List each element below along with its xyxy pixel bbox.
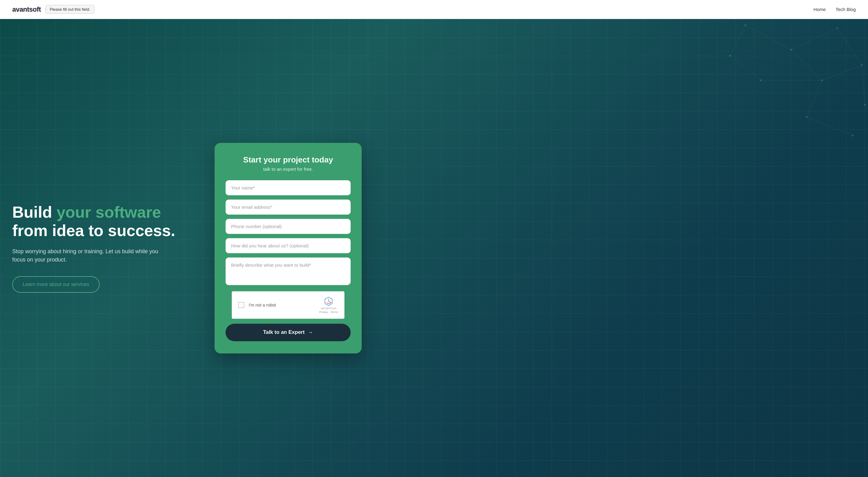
hero-subtitle: Stop worrying about hiring or training. … — [12, 247, 172, 264]
svg-point-16 — [729, 55, 731, 57]
svg-line-7 — [730, 56, 761, 80]
svg-point-11 — [744, 24, 746, 26]
name-input[interactable] — [225, 180, 351, 195]
network-decoration — [715, 19, 868, 142]
learn-more-button[interactable]: Learn more about our services — [12, 276, 100, 293]
tooltip-bubble: Please fill out this field. — [46, 5, 94, 14]
header-left: avantsoft Please fill out this field. — [12, 5, 94, 14]
recaptcha-icon — [324, 296, 334, 306]
recaptcha-brand-label: reCAPTCHA — [320, 307, 336, 310]
recaptcha-logo: reCAPTCHA Privacy · Terms — [319, 296, 338, 314]
logo: avantsoft — [12, 5, 41, 13]
captcha-label: I'm not a robot — [249, 303, 276, 307]
email-field-wrapper — [225, 200, 351, 215]
svg-point-20 — [864, 104, 866, 106]
svg-line-0 — [745, 25, 792, 50]
recaptcha-box[interactable]: I'm not a robot reCAPTCHA Privacy · Term… — [232, 291, 344, 319]
hear-field-wrapper — [225, 238, 351, 253]
svg-point-13 — [836, 27, 838, 29]
svg-line-10 — [862, 65, 865, 105]
form-title: Start your project today — [225, 155, 351, 165]
hero-section: Build your software from idea to success… — [0, 19, 868, 477]
email-input[interactable] — [225, 200, 351, 215]
contact-form: I'm not a robot reCAPTCHA Privacy · Term… — [225, 180, 351, 341]
svg-point-18 — [806, 116, 808, 118]
svg-point-15 — [821, 80, 823, 81]
hero-title: Build your software from idea to success… — [12, 203, 196, 240]
recaptcha-links: Privacy · Terms — [319, 310, 338, 314]
svg-point-12 — [790, 49, 792, 51]
contact-form-card: Start your project today talk to an expe… — [215, 143, 362, 354]
submit-label: Talk to an Expert — [263, 329, 305, 335]
hero-title-end: from idea to success. — [12, 221, 175, 239]
nav: Home Tech Blog — [813, 7, 856, 12]
svg-line-2 — [837, 28, 862, 65]
phone-field-wrapper — [225, 219, 351, 234]
svg-line-9 — [807, 117, 853, 136]
captcha-checkbox[interactable] — [238, 302, 244, 308]
nav-tech-blog[interactable]: Tech Blog — [836, 7, 856, 12]
hero-title-plain: Build — [12, 203, 56, 221]
svg-line-4 — [822, 65, 862, 80]
describe-input[interactable] — [225, 258, 351, 285]
hear-input[interactable] — [225, 238, 351, 253]
hero-title-highlight: your software — [56, 203, 161, 221]
form-subtitle: talk to an expert for free. — [225, 167, 351, 172]
phone-input[interactable] — [225, 219, 351, 234]
svg-point-17 — [760, 80, 762, 81]
header: avantsoft Please fill out this field. Ho… — [0, 0, 868, 19]
submit-button[interactable]: Talk to an Expert → — [225, 324, 351, 341]
name-field-wrapper — [225, 180, 351, 195]
svg-line-1 — [792, 28, 837, 50]
describe-field-wrapper — [225, 258, 351, 286]
captcha-left: I'm not a robot — [238, 302, 276, 308]
submit-arrow-icon: → — [308, 329, 313, 336]
nav-home[interactable]: Home — [813, 7, 826, 12]
svg-line-5 — [807, 80, 822, 117]
svg-line-3 — [792, 50, 822, 80]
svg-point-14 — [861, 64, 863, 66]
svg-point-19 — [852, 135, 854, 137]
hero-content: Build your software from idea to success… — [12, 203, 196, 293]
svg-line-6 — [730, 25, 745, 56]
